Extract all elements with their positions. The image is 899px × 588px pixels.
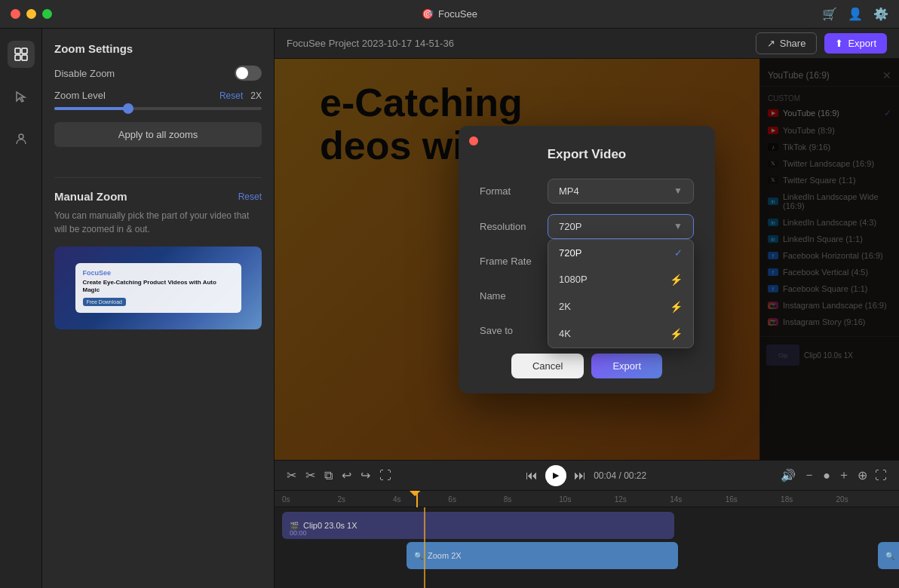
share-button[interactable]: ↗ Share — [756, 32, 818, 54]
expand-icon[interactable]: ⛶ — [379, 469, 391, 482]
resolution-dropdown: 720P ✓ 1080P ⚡ 2K ⚡ — [548, 239, 694, 348]
close-button[interactable] — [11, 9, 20, 19]
app-title: 🎯 FocuSee — [422, 8, 477, 20]
main-layout: Zoom Settings Disable Zoom Zoom Level Re… — [0, 29, 899, 588]
app-logo-icon: 🎯 — [422, 8, 434, 20]
settings-icon[interactable]: ⚙️ — [873, 7, 888, 21]
dropdown-item-4k[interactable]: 4K ⚡ — [548, 320, 693, 348]
zoom-level-label: Zoom Level — [54, 90, 106, 101]
check-icon: ✓ — [674, 247, 683, 259]
ctrl-right: 🔊 － ● ＋ ⊕ ⛶ — [781, 467, 887, 483]
time-display: 00:04 / 00:22 — [594, 470, 646, 481]
trim-icon[interactable]: ✂ — [287, 468, 296, 482]
name-label: Name — [480, 290, 548, 302]
add-media-icon[interactable]: ⊕ — [858, 468, 867, 482]
resolution-select[interactable]: 720P ▼ — [548, 214, 694, 239]
svg-point-4 — [19, 134, 23, 139]
share-icon: ↗ — [767, 38, 775, 49]
clip-time: 00:00 — [290, 529, 307, 537]
sidebar-item-zoom[interactable] — [8, 41, 35, 68]
lightning-icon: ⚡ — [670, 301, 683, 313]
resolution-row: Resolution 720P ▼ 720P ✓ 10 — [480, 214, 694, 239]
left-panel: Zoom Settings Disable Zoom Zoom Level Re… — [42, 29, 275, 588]
zoom-level-slider[interactable] — [54, 107, 262, 110]
format-select[interactable]: MP4 ▼ — [548, 179, 694, 204]
svg-rect-3 — [22, 55, 27, 60]
timeline-tracks: 🎬 Clip0 23.0s 1X 00:00 🔍 Zoom 2X 🔍 Zoom … — [275, 507, 899, 577]
titlebar-actions[interactable]: 🛒 👤 ⚙️ — [822, 7, 888, 21]
svg-rect-2 — [15, 55, 20, 60]
window-controls[interactable] — [11, 9, 52, 19]
modal-close-dot[interactable] — [469, 136, 478, 145]
maximize-button[interactable] — [42, 9, 52, 19]
manual-zoom-reset-btn[interactable]: Reset — [238, 191, 262, 202]
top-bar: FocuSee Project 2023-10-17 14-51-36 ↗ Sh… — [275, 29, 899, 59]
timeline-track-main: 🎬 Clip0 23.0s 1X 00:00 — [282, 512, 891, 539]
zoom1-icon: 🔍 — [414, 552, 423, 560]
canvas-area: e-Catching deos with YouTube (16:9) ✕ Cu… — [275, 59, 899, 460]
undo-icon[interactable]: ↩ — [342, 468, 351, 482]
rewind-icon[interactable]: ⏮ — [526, 469, 538, 482]
format-label: Format — [480, 185, 548, 197]
modal-actions: Cancel Export — [480, 354, 694, 378]
ruler-mark-0s: 0s — [282, 495, 337, 504]
ruler-mark-6s: 6s — [448, 495, 503, 504]
user-icon[interactable]: 👤 — [848, 7, 863, 21]
clip-zoom2[interactable]: 🔍 Zoom 2X — [878, 542, 899, 569]
ruler-marks: 0s 2s 4s 6s 8s 10s 12s 14s 16s 18s 20s — [275, 491, 899, 507]
dropdown-item-2k[interactable]: 2K ⚡ — [548, 293, 693, 320]
minimize-button[interactable] — [26, 9, 36, 19]
copy-icon[interactable]: ⧉ — [324, 469, 333, 482]
clip-zoom1[interactable]: 🔍 Zoom 2X — [407, 542, 678, 569]
svg-rect-0 — [15, 48, 20, 54]
zoom-slider-icon[interactable]: ● — [823, 469, 830, 482]
zoom-reset-btn[interactable]: Reset — [219, 90, 243, 101]
fullscreen-icon[interactable]: ⛶ — [875, 469, 887, 482]
zoom-settings-title: Zoom Settings — [54, 42, 262, 55]
dropdown-item-720p[interactable]: 720P ✓ — [548, 240, 693, 266]
lightning-icon: ⚡ — [670, 274, 683, 286]
ruler-mark-10s: 10s — [559, 495, 614, 504]
disable-zoom-row: Disable Zoom — [54, 66, 262, 81]
format-row: Format MP4 ▼ — [480, 179, 694, 204]
scissors-icon[interactable]: ✂ — [305, 468, 315, 482]
clip-main[interactable]: 🎬 Clip0 23.0s 1X 00:00 — [282, 512, 674, 539]
forward-icon[interactable]: ⏭ — [574, 469, 586, 482]
play-button[interactable]: ▶ — [545, 465, 566, 486]
preview-thumbnail: FocuSee Create Eye-Catching Product Vide… — [54, 247, 262, 329]
cancel-button[interactable]: Cancel — [511, 354, 584, 378]
export-button[interactable]: ⬆ Export — [824, 33, 887, 54]
ruler-mark-14s: 14s — [670, 495, 725, 504]
top-bar-actions: ↗ Share ⬆ Export — [756, 32, 887, 54]
manual-zoom-title: Manual Zoom — [54, 190, 127, 203]
ruler-mark-4s: 4s — [393, 495, 448, 504]
svg-rect-1 — [22, 48, 27, 54]
redo-icon[interactable]: ↪ — [361, 468, 370, 482]
manual-zoom-header: Manual Zoom Reset — [54, 190, 262, 203]
modal-export-button[interactable]: Export — [591, 354, 662, 378]
timeline: 0s 2s 4s 6s 8s 10s 12s 14s 16s 18s 20s — [275, 490, 899, 588]
content-area: FocuSee Project 2023-10-17 14-51-36 ↗ Sh… — [275, 29, 899, 588]
lightning-icon: ⚡ — [670, 328, 683, 340]
playhead-line — [416, 491, 418, 507]
clip-icon: 🎬 — [290, 522, 299, 530]
disable-zoom-label: Disable Zoom — [54, 68, 115, 79]
disable-zoom-toggle[interactable] — [235, 66, 262, 81]
sidebar-item-person[interactable] — [8, 125, 35, 152]
zoom-in-icon[interactable]: ＋ — [838, 467, 850, 483]
modal-overlay[interactable]: Export Video Format MP4 ▼ Resolution 7 — [275, 59, 899, 460]
titlebar: 🎯 FocuSee 🛒 👤 ⚙️ — [0, 0, 899, 29]
format-arrow-icon: ▼ — [673, 185, 683, 196]
resolution-label: Resolution — [480, 221, 548, 232]
volume-icon[interactable]: 🔊 — [781, 468, 796, 482]
framerate-label: Frame Rate — [480, 256, 548, 267]
icon-sidebar — [0, 29, 42, 588]
cart-icon[interactable]: 🛒 — [822, 7, 837, 21]
ruler-mark-18s: 18s — [781, 495, 836, 504]
dropdown-item-1080p[interactable]: 1080P ⚡ — [548, 266, 693, 293]
ruler-mark-2s: 2s — [337, 495, 392, 504]
zoom-out-icon[interactable]: － — [803, 467, 815, 483]
sidebar-item-cursor[interactable] — [8, 83, 35, 110]
apply-to-all-zooms-button[interactable]: Apply to all zooms — [54, 122, 262, 147]
ruler-mark-20s: 20s — [836, 495, 891, 504]
